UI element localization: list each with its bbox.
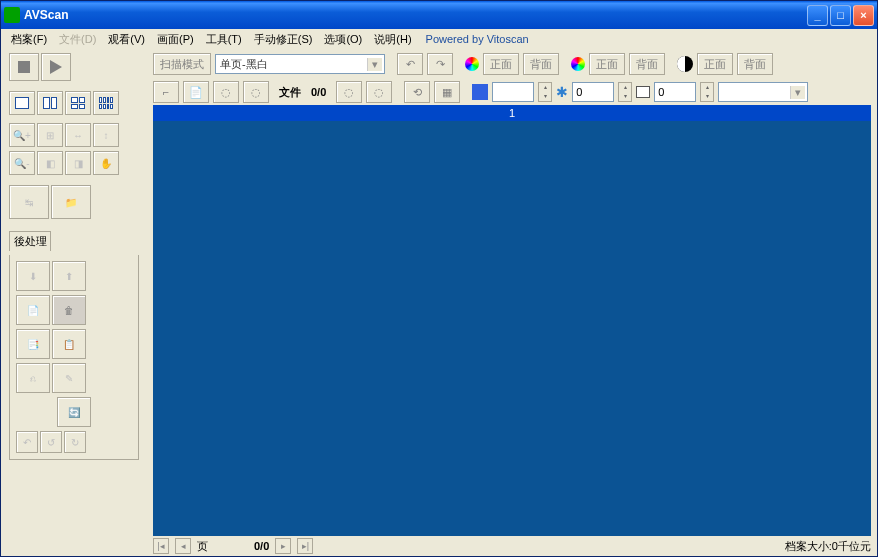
trash-button[interactable]: 🗑 — [52, 295, 86, 325]
prev-page-button[interactable]: ◂ — [175, 538, 191, 554]
redo-tb-button[interactable]: ↷ — [427, 53, 453, 75]
undo-button[interactable]: ↶ — [16, 431, 38, 453]
zoom-out-button[interactable]: 🔍- — [9, 151, 35, 175]
tool-b-button[interactable]: ◨ — [65, 151, 91, 175]
scan-mode-button[interactable]: 扫描模式 — [153, 53, 211, 75]
hand-button[interactable]: ✋ — [93, 151, 119, 175]
statusbar: |◂ ◂ 页 0/0 ▸ ▸| 档案大小:0千位元 — [147, 536, 877, 556]
close-button[interactable]: × — [853, 5, 874, 26]
gear-icon: ✱ — [556, 84, 568, 100]
postprocess-tab[interactable]: 後处理 — [9, 231, 51, 251]
back-button-3[interactable]: 背面 — [737, 53, 773, 75]
rotate-left-button[interactable]: ↺ — [40, 431, 62, 453]
post-btn-8[interactable]: ✎ — [52, 363, 86, 393]
tb2-btn-3[interactable]: ◌ — [213, 81, 239, 103]
fit-height-button[interactable]: ↕ — [93, 123, 119, 147]
fit-button[interactable]: ⊞ — [37, 123, 63, 147]
post-btn-1[interactable]: ⬇ — [16, 261, 50, 291]
front-button-1[interactable]: 正面 — [483, 53, 519, 75]
file-count: 0/0 — [311, 86, 326, 98]
zoom-in-button[interactable]: 🔍+ — [9, 123, 35, 147]
file-label: 文件 — [279, 85, 301, 100]
blue-square-icon — [472, 84, 488, 100]
post-btn-2[interactable]: ⬆ — [52, 261, 86, 291]
play-icon — [50, 60, 62, 74]
contrast-icon — [677, 56, 693, 72]
menu-manual-correction[interactable]: 手动修正(S) — [248, 30, 319, 49]
scan-mode-combo[interactable]: 单页-黑白 — [215, 54, 385, 74]
app-title: AVScan — [24, 8, 807, 22]
fit-width-button[interactable]: ↔ — [65, 123, 91, 147]
spin-1[interactable]: ▴▾ — [538, 82, 552, 102]
spin-2[interactable]: ▴▾ — [618, 82, 632, 102]
num-input-1[interactable] — [492, 82, 534, 102]
tb2-btn-4[interactable]: ◌ — [243, 81, 269, 103]
stop-button[interactable] — [9, 53, 39, 81]
tb2-btn-7[interactable]: ⟲ — [404, 81, 430, 103]
tool-d-button[interactable]: 📁 — [51, 185, 91, 219]
back-button-1[interactable]: 背面 — [523, 53, 559, 75]
maximize-button[interactable]: □ — [830, 5, 851, 26]
refresh-button[interactable]: 🔄 — [57, 397, 91, 427]
menu-tool[interactable]: 工具(T) — [200, 30, 248, 49]
menu-page[interactable]: 画面(P) — [151, 30, 200, 49]
layout-8-button[interactable] — [93, 91, 119, 115]
layout-2-button[interactable] — [37, 91, 63, 115]
canvas-header: 1 — [153, 105, 871, 121]
tool-a-button[interactable]: ◧ — [37, 151, 63, 175]
left-panel: 🔍+ ⊞ ↔ ↕ 🔍- ◧ ◨ ✋ ↹ 📁 後处理 ⬇ ⬆ 📄 🗑 — [1, 49, 147, 556]
menubar: 档案(F) 文件(D) 观看(V) 画面(P) 工具(T) 手动修正(S) 选项… — [1, 29, 877, 49]
titlebar: AVScan _ □ × — [1, 1, 877, 29]
grid8-icon — [99, 97, 113, 109]
layout-1-button[interactable] — [9, 91, 35, 115]
tb2-btn-1[interactable]: ⌐ — [153, 81, 179, 103]
last-page-button[interactable]: ▸| — [297, 538, 313, 554]
grid4-icon — [71, 97, 85, 109]
grid2-icon — [43, 97, 57, 109]
menu-help[interactable]: 说明(H) — [368, 30, 417, 49]
front-button-3[interactable]: 正面 — [697, 53, 733, 75]
front-button-2[interactable]: 正面 — [589, 53, 625, 75]
first-page-button[interactable]: |◂ — [153, 538, 169, 554]
menu-document: 文件(D) — [53, 30, 102, 49]
menu-view[interactable]: 观看(V) — [102, 30, 151, 49]
scan-mode-value: 单页-黑白 — [220, 57, 268, 72]
palette-icon-2 — [571, 57, 585, 71]
page-count: 0/0 — [254, 540, 269, 552]
grid1-icon — [15, 97, 29, 109]
num-input-2[interactable]: 0 — [572, 82, 614, 102]
postprocess-group: ⬇ ⬆ 📄 🗑 📑 📋 ⎌ ✎ 🔄 ↶ ↺ ↻ — [9, 255, 139, 460]
post-btn-5[interactable]: 📑 — [16, 329, 50, 359]
palette-icon-1 — [465, 57, 479, 71]
toolbar-row-1: 扫描模式 单页-黑白 ↶ ↷ 正面 背面 正面 背面 正面 背面 — [147, 49, 877, 79]
main-area: 扫描模式 单页-黑白 ↶ ↷ 正面 背面 正面 背面 正面 背面 ⌐ 📄 ◌ ◌… — [147, 49, 877, 556]
num-input-3[interactable]: 0 — [654, 82, 696, 102]
app-icon — [4, 7, 20, 23]
undo-tb-button[interactable]: ↶ — [397, 53, 423, 75]
monitor-icon — [636, 86, 650, 98]
back-button-2[interactable]: 背面 — [629, 53, 665, 75]
tb2-btn-8[interactable]: ▦ — [434, 81, 460, 103]
combo-2[interactable] — [718, 82, 808, 102]
post-btn-3[interactable]: 📄 — [16, 295, 50, 325]
stop-icon — [18, 61, 30, 73]
play-button[interactable] — [41, 53, 71, 81]
tool-c-button[interactable]: ↹ — [9, 185, 49, 219]
powered-by-label: Powered by Vitoscan — [426, 33, 529, 45]
filesize-label: 档案大小:0千位元 — [785, 539, 871, 554]
tb2-btn-6[interactable]: ◌ — [366, 81, 392, 103]
layout-4-button[interactable] — [65, 91, 91, 115]
next-page-button[interactable]: ▸ — [275, 538, 291, 554]
menu-file[interactable]: 档案(F) — [5, 30, 53, 49]
tb2-btn-2[interactable]: 📄 — [183, 81, 209, 103]
post-btn-6[interactable]: 📋 — [52, 329, 86, 359]
minimize-button[interactable]: _ — [807, 5, 828, 26]
rotate-right-button[interactable]: ↻ — [64, 431, 86, 453]
post-btn-7[interactable]: ⎌ — [16, 363, 50, 393]
menu-options[interactable]: 选项(O) — [318, 30, 368, 49]
page-label: 页 — [197, 539, 208, 554]
tb2-btn-5[interactable]: ◌ — [336, 81, 362, 103]
spin-3[interactable]: ▴▾ — [700, 82, 714, 102]
toolbar-row-2: ⌐ 📄 ◌ ◌ 文件 0/0 ◌ ◌ ⟲ ▦ ▴▾ ✱ 0 ▴▾ 0 ▴▾ — [147, 79, 877, 105]
canvas-area[interactable]: 1 — [153, 105, 871, 536]
